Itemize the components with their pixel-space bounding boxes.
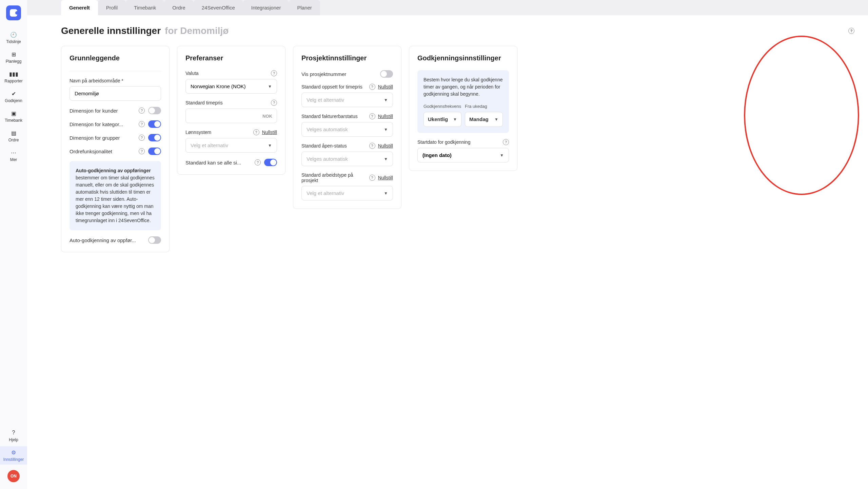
help-icon[interactable]: ? [139,148,145,154]
select-placeholder: Velg et alternativ [191,142,228,148]
help-icon[interactable]: ? [848,28,854,34]
card-title: Grunnleggende [70,54,161,62]
card-title: Preferanser [185,54,277,62]
nav-godkjenn[interactable]: ✔ Godkjenn [0,87,27,106]
toggle-see-all[interactable] [264,159,277,166]
reset-billable[interactable]: Nullstill [378,114,393,119]
workspace-name-label: Navn på arbeidsområde * [70,78,161,83]
freq-label: Godkjennsfrekvens [423,103,461,110]
toggle-dimension-kategor[interactable] [148,120,161,128]
tabs: Generelt Profil Timebank Ordre 24SevenOf… [27,0,868,15]
card-preferanser: Preferanser Valuta ? Norwegian Krone (NO… [177,46,285,175]
nav-ordre[interactable]: ▤ Ordre [0,127,27,145]
startdato-label: Startdato for godkjenning [417,139,500,145]
nav-mer[interactable]: ⋯ Mer [0,146,27,165]
chevron-down-icon: ▼ [268,143,272,148]
timepris-label: Standard timepris [185,100,268,105]
timeprice-select[interactable]: Velg et alternativ ▼ [301,93,393,107]
nav-innstillinger[interactable]: ⚙ Innstillinger [0,446,27,465]
toggle-dimension-kunder[interactable] [148,107,161,114]
help-icon[interactable]: ? [255,159,261,165]
freq-select[interactable]: Ukentlig ▼ [423,112,461,127]
nav-planlegg[interactable]: ⊞ Planlegg [0,48,27,66]
select-placeholder: Velg et alternativ [307,190,344,196]
nav-label: Planlegg [6,59,22,64]
toggle-label: Dimensjon for kunder [70,108,135,114]
chevron-down-icon: ▼ [384,98,388,102]
nav-label: Timebank [5,118,22,123]
startdato-select[interactable]: (Ingen dato) ▼ [417,148,509,162]
valuta-select[interactable]: Norwegian Krone (NOK) ▼ [185,79,277,94]
nav-rapporter[interactable]: ▮▮▮ Rapporter [0,68,27,86]
chevron-down-icon: ▼ [384,191,388,196]
nav-label: Godkjenn [5,98,22,103]
avatar[interactable]: ON [7,470,20,482]
valuta-label: Valuta [185,71,268,76]
open-status-select[interactable]: Velges automatisk ▼ [301,152,393,166]
tab-integrasjoner[interactable]: Integrasjoner [243,0,289,15]
weekday-select[interactable]: Mandag ▼ [465,112,503,127]
help-icon[interactable]: ? [369,113,375,119]
tab-generelt[interactable]: Generelt [61,0,98,15]
tab-24sevenoffice[interactable]: 24SevenOffice [194,0,243,15]
main: Generelt Profil Timebank Ordre 24SevenOf… [27,0,868,489]
help-icon[interactable]: ? [503,139,509,145]
help-icon[interactable]: ? [139,121,145,127]
chevron-down-icon: ▼ [494,116,498,122]
help-icon[interactable]: ? [253,129,259,135]
help-icon[interactable]: ? [271,70,277,76]
help-icon[interactable]: ? [139,135,145,141]
nav-label: Mer [10,157,17,162]
tab-planer[interactable]: Planer [289,0,320,15]
page-title: Generelle innstillinger for Demomiljø ? [61,25,854,36]
nav-label: Ordre [8,138,19,142]
tab-ordre[interactable]: Ordre [164,0,193,15]
tab-profil[interactable]: Profil [98,0,126,15]
bank-icon: ▣ [10,110,17,117]
select-placeholder: Velges automatisk [307,156,348,162]
open-status-label: Standard åpen-status [301,143,367,149]
toggle-vis-prosjektnummer[interactable] [380,70,393,78]
timeprice-label: Standard oppsett for timepris [301,84,367,90]
nav-label: Innstillinger [3,457,24,462]
toggle-label: Auto-godkjenning av oppfør... [70,237,145,243]
info-auto-godkjenning: Auto-godkjenning av oppføringer bestemme… [70,161,161,230]
select-value: (Ingen dato) [422,152,452,158]
select-placeholder: Velg et alternativ [307,97,344,103]
select-placeholder: Velges automatisk [307,126,348,132]
reset-timeprice[interactable]: Nullstill [378,84,393,90]
worktype-label: Standard arbeidstype på prosjekt [301,172,367,183]
toggle-auto-godkjenning[interactable] [148,236,161,244]
billable-select[interactable]: Velges automatisk ▼ [301,122,393,137]
help-icon[interactable]: ? [369,84,375,90]
chevron-down-icon: ▼ [453,116,457,122]
reset-worktype[interactable]: Nullstill [378,175,393,180]
toggle-label: Dimensjon for grupper [70,135,135,141]
clock-icon: 🕘 [10,31,17,38]
lonnsystem-select[interactable]: Velg et alternativ ▼ [185,138,277,153]
nav-timebank[interactable]: ▣ Timebank [0,107,27,125]
gear-icon: ⚙ [10,449,17,456]
chevron-down-icon: ▼ [500,153,504,158]
toggle-ordrefunksjonalitet[interactable] [148,148,161,155]
nav-tidslinje[interactable]: 🕘 Tidslinje [0,28,27,47]
toggle-dimension-grupper[interactable] [148,134,161,141]
help-icon[interactable]: ? [369,175,375,181]
info-title: Auto-godkjenning av oppføringer [76,168,151,173]
help-icon[interactable]: ? [139,107,145,114]
chevron-down-icon: ▼ [384,157,388,161]
app-logo[interactable] [6,5,21,20]
plan-icon: ⊞ [10,51,17,58]
tab-timebank[interactable]: Timebank [126,0,164,15]
help-icon[interactable]: ? [369,143,375,149]
reset-open[interactable]: Nullstill [378,143,393,149]
page-title-main: Generelle innstillinger [61,25,161,36]
nav-hjelp[interactable]: ? Hjelp [0,427,27,445]
card-title: Prosjektinnstillinger [301,54,393,62]
card-godkjenningsinnstillinger: Godkjenningsinnstillinger Bestem hvor le… [409,46,517,171]
card-title: Godkjenningsinnstillinger [417,54,509,62]
worktype-select[interactable]: Velg et alternativ ▼ [301,186,393,200]
help-icon[interactable]: ? [271,100,277,106]
reset-lonnsystem[interactable]: Nullstill [262,130,277,135]
workspace-name-input[interactable] [70,86,161,101]
